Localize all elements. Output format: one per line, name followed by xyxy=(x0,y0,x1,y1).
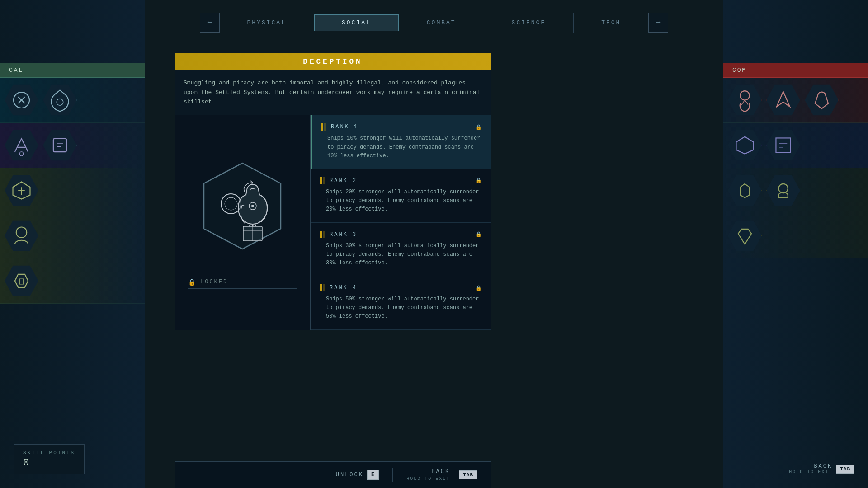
right-skill-icon-3b[interactable] xyxy=(766,174,800,207)
skill-icon-2a[interactable] xyxy=(5,128,38,162)
prev-nav-button[interactable]: ← xyxy=(200,13,220,33)
top-navigation: ← PHYSICAL SOCIAL COMBAT SCIENCE TECH → xyxy=(0,13,868,33)
rank-stripe-dim xyxy=(323,231,325,238)
rank-item-1[interactable]: RANK 1 🔒 Ships 10% stronger will automat… xyxy=(311,115,491,169)
rank-2-lock: 🔒 xyxy=(476,178,482,183)
rank-4-description: Ships 50% stronger will automatically su… xyxy=(320,295,482,321)
svg-rect-6 xyxy=(776,138,790,152)
right-skill-icon-3a[interactable] xyxy=(728,174,762,207)
skill-ranks-panel: RANK 1 🔒 Ships 10% stronger will automat… xyxy=(310,115,491,329)
rank-3-label: RANK 3 xyxy=(330,231,357,238)
left-panel-header: CAL xyxy=(0,63,145,78)
back-label: BACK xyxy=(431,469,450,475)
rank-item-4[interactable]: RANK 4 🔒 Ships 50% stronger will automat… xyxy=(311,276,491,330)
rank-item-2[interactable]: RANK 2 🔒 Ships 20% stronger will automat… xyxy=(311,169,491,223)
skill-row-4[interactable] xyxy=(0,213,145,258)
action-bar: UNLOCK E BACK HOLD TO EXIT TAB xyxy=(175,461,491,488)
bottom-back-label: BACK xyxy=(789,463,832,469)
right-skill-icon-2a[interactable] xyxy=(728,128,762,162)
skill-row-2[interactable] xyxy=(0,123,145,168)
bottom-right-back: BACK HOLD TO EXIT TAB xyxy=(789,463,854,474)
skill-row-5[interactable] xyxy=(0,258,145,304)
skill-points-value: 0 xyxy=(23,457,75,469)
right-skill-icon-2b[interactable] xyxy=(766,128,800,162)
rank-item-3[interactable]: RANK 3 🔒 Ships 30% stronger will automat… xyxy=(311,223,491,277)
unlock-label: UNLOCK xyxy=(336,472,363,478)
skill-points-label: SKILL POINTS xyxy=(23,450,75,455)
skill-visual-area: 🔒 LOCKED RANK 1 🔒 Ships 10% stronger xyxy=(175,115,491,329)
rank-stripe xyxy=(320,231,322,238)
right-panel-header: COM xyxy=(723,63,868,78)
skill-title: DECEPTION xyxy=(303,58,362,66)
rank-3-header: RANK 3 🔒 xyxy=(320,231,482,238)
tab-social[interactable]: SOCIAL xyxy=(314,14,399,31)
rank-1-lock: 🔒 xyxy=(476,124,482,130)
unlock-key-badge[interactable]: E xyxy=(367,470,379,480)
right-skill-icon-1c[interactable] xyxy=(805,83,839,117)
svg-point-2 xyxy=(19,152,24,156)
skill-icon-5a[interactable] xyxy=(5,264,38,298)
svg-point-1 xyxy=(57,99,63,106)
back-key-badge[interactable]: TAB xyxy=(459,470,477,479)
bottom-back-sub: HOLD TO EXIT xyxy=(789,469,832,474)
skill-icon-1b[interactable] xyxy=(43,83,77,117)
bottom-back-key-badge[interactable]: TAB xyxy=(836,465,854,474)
lock-icon: 🔒 xyxy=(188,278,196,286)
rank-stripe xyxy=(321,123,323,131)
right-skills-panel: COM xyxy=(723,63,868,258)
skill-title-bar: DECEPTION xyxy=(175,53,491,70)
locked-progress-bar xyxy=(188,288,297,289)
rank-4-label: RANK 4 xyxy=(330,285,357,291)
rank-1-stripes xyxy=(321,123,326,131)
skill-row-3[interactable] xyxy=(0,168,145,213)
rank-3-lock: 🔒 xyxy=(476,231,482,237)
skill-description: Smuggling and piracy are both immoral an… xyxy=(175,70,491,115)
skill-points-panel: SKILL POINTS 0 xyxy=(14,444,85,474)
rank-4-header: RANK 4 🔒 xyxy=(320,284,482,291)
rank-stripe xyxy=(320,284,322,291)
back-section: BACK HOLD TO EXIT xyxy=(406,469,450,481)
action-divider xyxy=(392,468,393,482)
left-skills-panel: CAL xyxy=(0,63,145,304)
right-skill-icon-4a[interactable] xyxy=(728,219,762,253)
skill-icon-3a[interactable] xyxy=(5,174,38,207)
rank-3-description: Ships 30% stronger will automatically su… xyxy=(320,242,482,268)
tab-science[interactable]: SCIENCE xyxy=(484,14,574,31)
skill-row-1[interactable] xyxy=(0,78,145,123)
rank-1-label: RANK 1 xyxy=(331,124,359,130)
skill-icon-4a[interactable] xyxy=(5,219,38,253)
locked-status-area: 🔒 LOCKED xyxy=(188,265,297,289)
rank-2-header: RANK 2 🔒 xyxy=(320,177,482,184)
skill-icon-2b[interactable] xyxy=(43,128,77,162)
rank-2-description: Ships 20% stronger will automatically su… xyxy=(320,188,482,214)
rank-stripe-dim xyxy=(324,123,326,131)
rank-stripe-dim xyxy=(323,177,325,184)
rank-2-stripes xyxy=(320,177,325,184)
unlock-section: UNLOCK E xyxy=(336,470,379,480)
next-nav-button[interactable]: → xyxy=(648,13,668,33)
right-skill-icon-1b[interactable] xyxy=(766,83,800,117)
right-skill-row-1[interactable] xyxy=(723,78,868,123)
tab-combat[interactable]: COMBAT xyxy=(399,14,484,31)
svg-point-4 xyxy=(16,227,27,238)
rank-2-label: RANK 2 xyxy=(330,178,357,184)
right-skill-row-4[interactable] xyxy=(723,213,868,258)
svg-point-11 xyxy=(251,205,254,207)
rank-stripe-dim xyxy=(323,284,325,291)
skill-image-panel: 🔒 LOCKED xyxy=(175,115,310,329)
rank-stripe xyxy=(320,177,322,184)
right-skill-row-3[interactable] xyxy=(723,168,868,213)
rank-4-stripes xyxy=(320,284,325,291)
locked-text: LOCKED xyxy=(200,279,228,285)
right-skill-row-2[interactable] xyxy=(723,123,868,168)
rank-1-description: Ships 10% stronger will automatically su… xyxy=(321,134,482,160)
rank-1-header: RANK 1 🔒 xyxy=(321,123,482,131)
svg-point-5 xyxy=(740,91,749,100)
back-sublabel: HOLD TO EXIT xyxy=(406,476,450,481)
skill-icon-1a[interactable] xyxy=(5,83,38,117)
tab-physical[interactable]: PHYSICAL xyxy=(220,14,314,31)
right-skill-icon-1a[interactable] xyxy=(728,83,762,117)
locked-bar: 🔒 LOCKED xyxy=(188,278,297,286)
tab-tech[interactable]: TECH xyxy=(574,14,648,31)
svg-rect-3 xyxy=(53,139,66,152)
